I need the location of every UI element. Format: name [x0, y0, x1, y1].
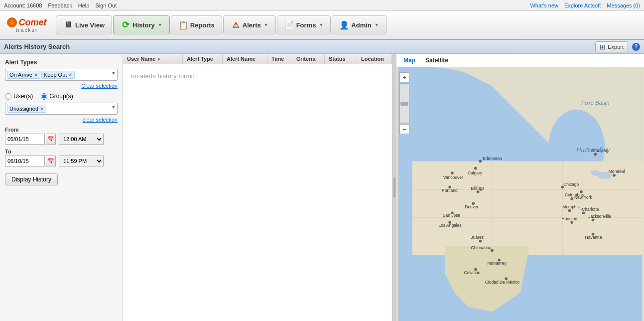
export-grid-icon: ⊞ — [600, 43, 606, 51]
top-bar: Account: 16608 Feedback Help Sign Out Wh… — [0, 0, 644, 11]
nav: 🖥 Live View ⟳ History ▼ 📋 Reports ⚠ Aler… — [56, 15, 386, 34]
svg-point-24 — [479, 240, 482, 243]
export-button[interactable]: ⊞ Export — [595, 41, 628, 52]
tag-keep-out: Keep Out ✕ — [41, 71, 75, 79]
forms-dropdown-arrow: ▼ — [319, 22, 323, 27]
to-time-select[interactable]: 11:59 PM — [59, 156, 104, 166]
clear-selection-1[interactable]: Clear selection — [5, 83, 118, 89]
clear-selection-2[interactable]: clear selection — [5, 117, 118, 123]
feedback-link[interactable]: Feedback — [48, 2, 72, 8]
nav-alerts[interactable]: ⚠ Alerts ▼ — [223, 15, 276, 34]
export-label: Export — [608, 44, 624, 50]
map-container: Map Satellite — [396, 54, 644, 321]
groups-label: Group(s) — [49, 93, 73, 100]
display-history-label: Display History — [11, 176, 51, 183]
nav-forms[interactable]: 📄 Forms ▼ — [277, 15, 331, 34]
history-dropdown-arrow: ▼ — [158, 22, 162, 27]
col-alert-type: Alert Type — [183, 54, 223, 64]
from-time-select[interactable]: 12:00 AM — [59, 134, 104, 145]
main: Alert Types On Arrive ✕ Keep Out ✕ ▼ Cle… — [0, 54, 644, 321]
results-body: no alerts history found — [123, 64, 392, 321]
divider-handle — [393, 177, 395, 197]
to-row: To 📅 11:59 PM — [5, 149, 118, 166]
svg-text:Los Angeles: Los Angeles — [438, 223, 461, 228]
svg-text:Montréal: Montréal — [609, 169, 625, 174]
nav-history[interactable]: ⟳ History ▼ — [113, 15, 170, 34]
logo-wordmark: Comet — [7, 17, 46, 27]
map-zoom-in-button[interactable]: + — [399, 72, 409, 82]
live-view-icon: 🖥 — [63, 20, 73, 30]
map-zoom-out-button[interactable]: − — [399, 124, 409, 134]
admin-dropdown-arrow: ▼ — [375, 22, 379, 27]
resize-divider[interactable] — [392, 54, 396, 321]
svg-text:San Jose: San Jose — [443, 213, 461, 218]
users-label: User(s) — [13, 93, 33, 100]
nav-history-label: History — [132, 21, 155, 29]
svg-text:Edmonton: Edmonton — [483, 156, 502, 161]
nav-live-view[interactable]: 🖥 Live View — [56, 15, 112, 34]
page-title-bar-right: ⊞ Export ? — [595, 41, 640, 52]
svg-text:Calgary: Calgary — [468, 170, 483, 175]
tag-on-arrive: On Arrive ✕ — [7, 71, 40, 79]
logo: Comet tracker — [2, 17, 52, 33]
svg-point-12 — [451, 171, 454, 174]
map-area: Edmonton Calgary Vancouver Portland Bill… — [396, 67, 644, 321]
nav-live-view-label: Live View — [75, 21, 105, 29]
signout-link[interactable]: Sign Out — [95, 2, 117, 8]
help-icon[interactable]: ? — [632, 43, 640, 51]
whatsnew-link[interactable]: What's new — [530, 2, 558, 8]
tag-unassigned: Unassigned ✕ — [7, 105, 46, 113]
map-tab-satellite[interactable]: Satellite — [422, 56, 451, 65]
nav-admin[interactable]: 👤 Admin ▼ — [332, 15, 386, 34]
messages-link[interactable]: Messages (0) — [607, 2, 640, 8]
group-input[interactable]: Unassigned ✕ ▼ — [5, 103, 118, 115]
group-dropdown-arrow[interactable]: ▼ — [111, 104, 116, 110]
alerts-icon: ⚠ — [231, 20, 241, 30]
from-date-input[interactable] — [5, 134, 45, 145]
logo-subtitle: tracker — [16, 27, 38, 33]
alert-types-input[interactable]: On Arrive ✕ Keep Out ✕ ▼ — [5, 69, 118, 81]
page-title: Alerts History Search — [4, 43, 70, 50]
from-calendar-button[interactable]: 📅 — [46, 134, 56, 145]
tag-keep-out-remove[interactable]: ✕ — [68, 72, 72, 78]
top-bar-left: Account: 16608 Feedback Help Sign Out — [4, 2, 117, 8]
no-results-message: no alerts history found — [131, 72, 195, 80]
results-panel: User Name ▲ Alert Type Alert Name Time C… — [123, 54, 392, 321]
to-calendar-button[interactable]: 📅 — [46, 156, 56, 166]
svg-text:Culiacán: Culiacán — [464, 270, 480, 275]
users-radio-label[interactable]: User(s) — [5, 93, 33, 100]
svg-text:Vancouver: Vancouver — [443, 175, 463, 180]
nav-alerts-label: Alerts — [243, 21, 261, 29]
col-alert-name: Alert Name — [223, 54, 267, 64]
admin-icon: 👤 — [339, 20, 349, 30]
from-input-row: 📅 12:00 AM — [5, 134, 118, 145]
tag-unassigned-remove[interactable]: ✕ — [40, 106, 44, 112]
top-bar-right: What's new Explore Actsoft Messages (0) — [530, 2, 640, 8]
svg-text:Houston: Houston — [561, 216, 577, 221]
nav-admin-label: Admin — [351, 21, 371, 29]
alert-types-dropdown-arrow[interactable]: ▼ — [111, 70, 116, 76]
svg-text:Denver: Denver — [465, 204, 478, 209]
explore-link[interactable]: Explore Actsoft — [564, 2, 601, 8]
map-tab-map[interactable]: Map — [400, 56, 418, 65]
groups-radio-label[interactable]: Group(s) — [41, 93, 73, 100]
display-history-button[interactable]: Display History — [5, 173, 58, 185]
help-link[interactable]: Help — [78, 2, 90, 8]
users-radio[interactable] — [5, 93, 11, 100]
svg-point-40 — [568, 209, 571, 212]
groups-radio[interactable] — [41, 93, 47, 100]
forms-icon: 📄 — [284, 20, 294, 30]
tag-on-arrive-remove[interactable]: ✕ — [34, 72, 38, 78]
alerts-dropdown-arrow: ▼ — [264, 22, 268, 27]
to-date-input[interactable] — [5, 156, 45, 166]
sort-arrow-user-name[interactable]: ▲ — [156, 56, 161, 61]
table-header: User Name ▲ Alert Type Alert Name Time C… — [123, 54, 392, 64]
svg-point-38 — [570, 197, 573, 200]
svg-text:Memphis: Memphis — [562, 204, 579, 209]
to-input-row: 📅 11:59 PM — [5, 156, 118, 166]
map-zoom-slider[interactable] — [399, 83, 409, 123]
svg-text:Monterrey: Monterrey — [488, 261, 507, 266]
svg-text:Ciudad De México: Ciudad De México — [485, 280, 519, 285]
nav-reports[interactable]: 📋 Reports — [171, 15, 222, 34]
svg-text:Juárez: Juárez — [471, 235, 484, 240]
